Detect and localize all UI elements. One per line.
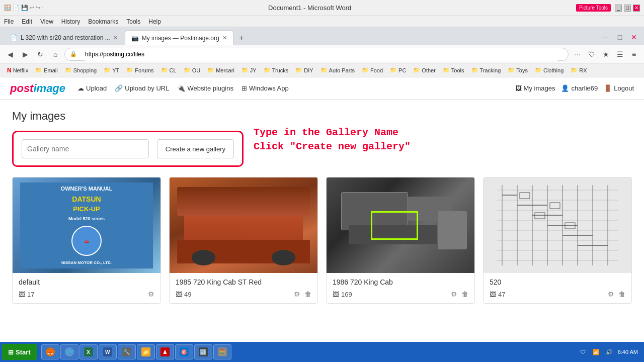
taskbar-thunderbird[interactable]: 🐦 [60, 344, 78, 359]
gallery-instructions: Type in the Gallery Name Click "Create n… [254, 126, 411, 154]
menu-edit[interactable]: Edit [22, 18, 32, 25]
upload-link[interactable]: ☁ Upload [77, 84, 107, 92]
bookmark-other[interactable]: 📁 Other [410, 66, 439, 74]
taskbar-app5[interactable]: 🔧 [118, 344, 136, 359]
firefox-icon: 🦊 [46, 347, 55, 356]
logout-link[interactable]: 🚪 Logout [604, 84, 634, 92]
gallery-card-default[interactable]: OWNER'S MANUAL DATSUN PICK-UP Model 520 … [12, 177, 161, 304]
new-tab-btn[interactable]: + [234, 31, 249, 45]
settings-btn-520[interactable]: ⚙ [608, 290, 614, 298]
bookmark-autoparts[interactable]: 📁 Auto Parts [317, 66, 358, 74]
systray-volume[interactable]: 🔊 [605, 347, 614, 356]
bookmarks-bar: N Netflix 📁 Email 📁 Shopping 📁 YT 📁 Foru… [0, 63, 644, 77]
minimize-btn[interactable]: _ [615, 5, 622, 12]
images-icon: 🖼 [515, 84, 522, 92]
delete-btn-520[interactable]: 🗑 [618, 290, 625, 298]
browser-minimize[interactable]: — [600, 31, 612, 43]
home-btn[interactable]: ⌂ [49, 48, 61, 60]
bookmark-toys[interactable]: 📁 Toys [505, 66, 531, 74]
back-btn[interactable]: ◀ [4, 48, 16, 60]
user-link[interactable]: 👤 charlie69 [561, 84, 598, 92]
taskbar-excel[interactable]: X [79, 344, 98, 359]
settings-btn-1986[interactable]: ⚙ [451, 290, 457, 298]
menu-history[interactable]: History [61, 18, 80, 25]
create-gallery-btn[interactable]: Create a new gallery [157, 139, 234, 158]
menu-bookmarks[interactable]: Bookmarks [88, 18, 118, 25]
tab-word[interactable]: 📄 L 320 with sr20 and restoration ... ✕ [4, 30, 124, 45]
bookmark-jy[interactable]: 📁 JY [238, 66, 260, 74]
website-plugins-link[interactable]: 🔌 Website plugins [177, 84, 233, 92]
excel-icon: X [84, 347, 93, 356]
taskbar-word[interactable]: W [99, 344, 117, 359]
tab-word-close[interactable]: ✕ [113, 35, 118, 41]
bookmark-netflix[interactable]: N Netflix [4, 66, 31, 75]
postimage-logo[interactable]: postimage [10, 82, 65, 95]
taskbar-app8[interactable]: 🎯 [175, 344, 193, 359]
bookmark-mercari[interactable]: 📁 Mercari [204, 66, 237, 74]
overflow-btn[interactable]: ··· [572, 48, 584, 60]
taskbar-firefox[interactable]: 🦊 [41, 344, 59, 359]
tab-postimage[interactable]: 📷 My images — Postimage.org ✕ [125, 30, 233, 45]
username-label: charlie69 [571, 84, 598, 92]
delete-btn-1985[interactable]: 🗑 [304, 290, 311, 298]
settings-btn-1985[interactable]: ⚙ [294, 290, 300, 298]
bookmark-forums[interactable]: 📁 Forums [123, 66, 156, 74]
taskbar-separator-1 [39, 345, 39, 359]
systray-network[interactable]: 📶 [592, 347, 601, 356]
upload-url-link[interactable]: 🔗 Upload by URL [115, 84, 169, 92]
gallery-card-1985[interactable]: 1985 720 King Cab ST Red 🖼 49 ⚙ 🗑 [169, 177, 318, 304]
start-button[interactable]: ⊞ Start [2, 344, 37, 360]
bookmark-ou[interactable]: 📁 OU [181, 66, 204, 74]
gallery-create-box: Create a new gallery [12, 131, 244, 167]
sidebar-btn[interactable]: ☰ [614, 48, 626, 60]
bookmark-email[interactable]: 📁 Email [32, 66, 61, 74]
bookmark-toys-label: Toys [516, 67, 528, 73]
settings-btn-default[interactable]: ⚙ [148, 290, 154, 298]
menu-view[interactable]: View [40, 18, 53, 25]
bookmark-rx[interactable]: 📁 RX [568, 66, 590, 74]
delete-btn-1986[interactable]: 🗑 [461, 290, 468, 298]
windows-app-link[interactable]: ⊞ Windows App [242, 84, 289, 92]
bookmark-food[interactable]: 📁 Food [359, 66, 386, 74]
gallery-name-input[interactable] [22, 139, 149, 158]
folder-icon-rx: 📁 [571, 67, 578, 73]
gallery-card-520[interactable]: 520 🖼 47 ⚙ 🗑 [483, 177, 632, 304]
taskbar-app9[interactable]: 🔢 [194, 344, 212, 359]
browser-restore[interactable]: □ [614, 31, 626, 43]
menu-btn[interactable]: ≡ [628, 48, 640, 60]
menu-tools[interactable]: Tools [126, 18, 140, 25]
bookmark-pc[interactable]: 📁 PC [387, 66, 409, 74]
bookmark-clothing[interactable]: 📁 Clothing [532, 66, 567, 74]
bookmark-tracking[interactable]: 📁 Tracking [468, 66, 504, 74]
tab-postimage-label: My images — Postimage.org [142, 35, 219, 42]
menu-help[interactable]: Help [148, 18, 161, 25]
restore-btn[interactable]: □ [624, 5, 631, 12]
shield-icon[interactable]: 🛡 [586, 48, 598, 60]
gallery-meta-default: 🖼 17 ⚙ [19, 290, 154, 298]
window-controls[interactable]: _ □ ✕ [615, 5, 640, 12]
plugins-label: Website plugins [187, 84, 233, 92]
menu-file[interactable]: File [4, 18, 14, 25]
tab-postimage-close[interactable]: ✕ [222, 35, 227, 41]
bookmark-cl[interactable]: 📁 CL [158, 66, 180, 74]
bookmark-tools[interactable]: 📁 Tools [440, 66, 467, 74]
bookmark-diy[interactable]: 📁 DIY [292, 66, 316, 74]
windows-start-icon: ⊞ [8, 348, 14, 356]
folder-icon-food: 📁 [362, 67, 369, 73]
taskbar-app7[interactable]: ♟ [156, 344, 174, 359]
gallery-card-1986[interactable]: 1986 720 King Cab 🖼 169 ⚙ 🗑 [326, 177, 475, 304]
forward-btn[interactable]: ▶ [19, 48, 31, 60]
taskbar-files[interactable]: 📁 [137, 344, 155, 359]
taskbar-calc[interactable]: 🧮 [213, 344, 231, 359]
bookmark-trucks[interactable]: 📁 Trucks [261, 66, 292, 74]
address-input[interactable] [80, 48, 563, 61]
bookmark-yt[interactable]: 📁 YT [101, 66, 122, 74]
reload-btn[interactable]: ↻ [34, 48, 46, 60]
bookmark-star-icon[interactable]: ★ [600, 48, 612, 60]
bookmark-shopping[interactable]: 📁 Shopping [62, 66, 100, 74]
gallery-name-default: default [19, 278, 154, 286]
browser-close[interactable]: ✕ [628, 31, 640, 43]
my-images-link[interactable]: 🖼 My images [515, 84, 555, 92]
close-btn[interactable]: ✕ [633, 5, 640, 12]
systray-antivirus[interactable]: 🛡 [579, 347, 588, 356]
